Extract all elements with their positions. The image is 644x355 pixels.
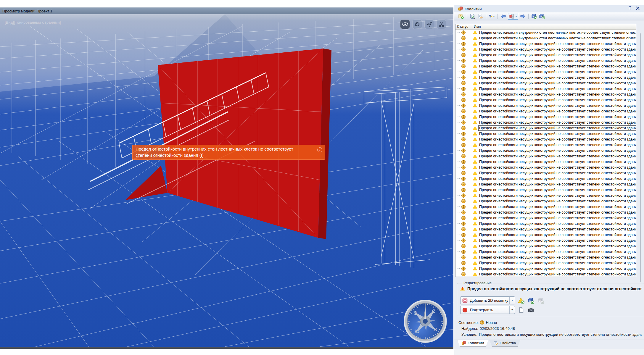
tab-properties[interactable]: Свойства — [489, 340, 520, 347]
collision-name: Предел огнестойкости несущих конструкций… — [479, 120, 636, 125]
eye-button[interactable] — [400, 20, 410, 29]
collision-row[interactable]: Предел огнестойкости несущих конструкций… — [455, 238, 636, 243]
warning-icon — [473, 64, 477, 68]
collision-row[interactable]: Предел огнестойкости несущих конструкций… — [455, 266, 636, 271]
filter-button[interactable]: ▼ — [489, 13, 495, 20]
confirm-dropdown-arrow[interactable]: ▼ — [509, 306, 515, 314]
screenshot-button[interactable] — [527, 306, 534, 314]
column-header-status[interactable]: Статус — [455, 24, 472, 29]
show-collision-objects-button[interactable]: ▼ — [508, 13, 518, 20]
warning-check-button[interactable]: ! — [517, 297, 525, 304]
collision-row[interactable]: Предел огнестойкости несущих конструкций… — [455, 120, 636, 125]
fly-button[interactable] — [424, 20, 434, 29]
tab-collisions[interactable]: Коллизии — [457, 340, 488, 347]
collision-row[interactable]: Предел огнестойкости несущих конструкций… — [455, 198, 636, 204]
collision-row[interactable]: Предел огнестойкости несущих конструкций… — [455, 170, 636, 176]
tree-branch — [457, 66, 460, 66]
filter-icon — [489, 14, 492, 19]
collision-row[interactable]: Предел огнестойкости несущих конструкций… — [455, 52, 636, 58]
show-object2-button[interactable]: 2 — [537, 297, 544, 304]
run-check-button[interactable] — [469, 13, 476, 20]
status-question-icon — [461, 160, 466, 164]
status-question-icon — [461, 30, 466, 35]
add-2d-note-icon — [462, 298, 468, 303]
collision-row[interactable]: Предел огнестойкости несущих конструкций… — [455, 80, 636, 86]
list-scrollbar[interactable] — [640, 33, 641, 282]
collision-row[interactable]: Предел огнестойкости несущих конструкций… — [455, 204, 636, 209]
collision-row[interactable]: Предел огнестойкости несущих конструкций… — [455, 97, 636, 103]
tree-branch — [457, 49, 460, 49]
collision-name: Предел огнестойкости несущих конструкций… — [479, 216, 636, 220]
warning-icon — [473, 199, 477, 203]
collision-row[interactable]: Предел огнестойкости несущих конструкций… — [455, 215, 636, 221]
collision-row[interactable]: Предел огнестойкости несущих конструкций… — [455, 159, 636, 164]
confirm-button[interactable]: Подтвердить ▼ — [460, 306, 515, 314]
orbit-button[interactable] — [412, 20, 422, 29]
status-question-icon — [461, 272, 466, 276]
collision-row[interactable]: Предел огнестойкости несущих конструкций… — [455, 254, 636, 260]
warning-icon — [473, 244, 477, 248]
collision-row[interactable]: Предел огнестойкости внутренних стен лес… — [455, 30, 636, 35]
collision-row[interactable]: Предел огнестойкости несущих конструкций… — [455, 249, 636, 254]
viewport-3d[interactable]: С В Ю З [Вид][Тонированный с гранями] — [0, 14, 453, 347]
show-object1-button[interactable]: 1 — [527, 297, 534, 304]
object1-button[interactable]: 1 — [531, 13, 537, 20]
collision-row[interactable]: Предел огнестойкости несущих конструкций… — [455, 63, 636, 69]
collision-row[interactable]: Предел огнестойкости несущих конструкций… — [455, 131, 636, 136]
collision-row[interactable]: Предел огнестойкости несущих конструкций… — [455, 86, 636, 91]
collision-row[interactable]: Предел огнестойкости несущих конструкций… — [455, 221, 636, 226]
collision-row[interactable]: Предел огнестойкости несущих конструкций… — [455, 125, 636, 131]
object1-cube-icon: 1 — [528, 297, 534, 304]
collision-row[interactable]: Предел огнестойкости несущих конструкций… — [455, 193, 636, 198]
collision-row[interactable]: Предел огнестойкости несущих конструкций… — [455, 271, 636, 277]
collision-name: Предел огнестойкости несущих конструкций… — [479, 81, 636, 85]
collision-row[interactable]: Предел огнестойкости несущих конструкций… — [455, 46, 636, 52]
warning-icon — [473, 143, 477, 147]
confirm-icon — [462, 307, 468, 313]
add-note-dropdown-arrow[interactable]: ▼ — [509, 297, 515, 304]
warning-icon — [473, 137, 477, 141]
collision-row[interactable]: Предел огнестойкости несущих конструкций… — [455, 148, 636, 153]
collision-row[interactable]: Предел огнестойкости несущих конструкций… — [455, 226, 636, 232]
collision-row[interactable]: Предел огнестойкости несущих конструкций… — [455, 114, 636, 120]
status-question-icon — [461, 143, 466, 147]
collision-row[interactable]: Предел огнестойкости несущих конструкций… — [455, 209, 636, 215]
collision-row[interactable]: Предел огнестойкости несущих конструкций… — [455, 153, 636, 159]
collision-row[interactable]: Предел огнестойкости несущих конструкций… — [455, 69, 636, 75]
collision-row[interactable]: Предел огнестойкости несущих конструкций… — [455, 136, 636, 142]
column-header-name[interactable]: Имя — [472, 24, 636, 29]
svg-text:1: 1 — [533, 15, 534, 18]
object2-cube-icon: 2 — [537, 297, 544, 304]
collision-row[interactable]: Предел огнестойкости несущих конструкций… — [455, 243, 636, 249]
collision-row[interactable]: Предел огнестойкости несущих конструкций… — [455, 181, 636, 187]
check-properties-button[interactable] — [477, 13, 484, 20]
previous-collision-button[interactable] — [500, 13, 507, 20]
collision-row[interactable]: Предел огнестойкости несущих конструкций… — [455, 142, 636, 148]
next-collision-button[interactable] — [519, 13, 526, 20]
collision-row[interactable]: Предел огнестойкости несущих конструкций… — [455, 41, 636, 46]
collision-row[interactable]: Предел огнестойкости несущих конструкций… — [455, 108, 636, 114]
collision-row[interactable]: Предел огнестойкости несущих конструкций… — [455, 164, 636, 170]
pin-icon[interactable] — [628, 6, 632, 11]
status-question-icon — [461, 70, 466, 74]
filter-dropdown-arrow[interactable]: ▼ — [493, 15, 495, 18]
svg-text:С: С — [432, 309, 435, 314]
collision-row[interactable]: Предел огнестойкости несущих конструкций… — [455, 103, 636, 108]
collision-row[interactable]: Предел огнестойкости несущих конструкций… — [455, 232, 636, 238]
collision-row[interactable]: Предел огнестойкости несущих конструкций… — [455, 187, 636, 193]
collision-row[interactable]: Предел огнестойкости несущих конструкций… — [455, 91, 636, 97]
collision-name: Предел огнестойкости несущих конструкций… — [479, 58, 636, 63]
collision-row[interactable]: Предел огнестойкости внутренних стен лес… — [455, 35, 636, 41]
collision-row[interactable]: Предел огнестойкости несущих конструкций… — [455, 58, 636, 63]
close-icon[interactable] — [635, 6, 640, 11]
add-collision-check-button[interactable]: ! — [458, 13, 464, 20]
clip-button[interactable] — [437, 20, 446, 29]
collision-row[interactable]: Предел огнестойкости несущих конструкций… — [455, 75, 636, 80]
add-2d-note-button[interactable]: Добавить 2D пометку ▼ — [460, 296, 515, 304]
collision-row[interactable]: Предел огнестойкости несущих конструкций… — [455, 260, 636, 266]
camera-icon — [528, 307, 534, 313]
collision-row[interactable]: Предел огнестойкости несущих конструкций… — [455, 176, 636, 181]
cubes-dropdown-arrow[interactable]: ▼ — [515, 15, 517, 18]
new-report-button[interactable] — [517, 306, 525, 314]
object2-button[interactable]: 2 — [539, 13, 545, 20]
